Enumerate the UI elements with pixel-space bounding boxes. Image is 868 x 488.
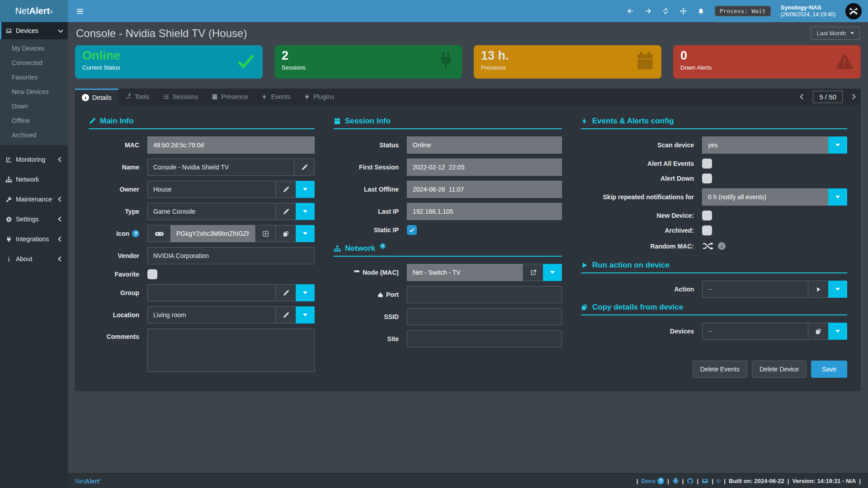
ssid-input[interactable] <box>407 308 562 325</box>
sidebar-toggle-icon[interactable] <box>68 0 92 22</box>
scan-device-dropdown-button[interactable] <box>828 136 847 154</box>
sidebar-item-down[interactable]: Down <box>0 99 68 113</box>
sidebar-item-offline[interactable]: Offline <box>0 113 68 128</box>
edit-type-button[interactable] <box>275 203 296 220</box>
tab-label: Events <box>271 93 290 100</box>
archived-checkbox[interactable] <box>702 225 712 235</box>
period-selector[interactable]: Last Month <box>811 27 860 40</box>
docs-link[interactable]: Docs ? <box>641 478 664 484</box>
status-card-down-alerts[interactable]: 0 Down Alerts <box>673 45 861 79</box>
tab-events[interactable]: Events <box>255 89 297 105</box>
owner-input[interactable] <box>147 181 276 198</box>
copy-from-device-button[interactable] <box>808 323 829 340</box>
pager-next-button[interactable] <box>848 91 859 102</box>
sidebar-item-integrations[interactable]: Integrations <box>0 229 68 249</box>
devices-dropdown-button[interactable] <box>828 323 847 340</box>
sidebar-item-maintenance[interactable]: Maintenance <box>0 189 68 209</box>
sidebar-item-devices[interactable]: Devices <box>0 22 68 39</box>
copy-icon-button[interactable] <box>275 225 296 242</box>
run-action-button[interactable] <box>808 281 829 298</box>
bug-report-icon[interactable] <box>672 478 679 484</box>
edit-group-button[interactable] <box>275 284 296 301</box>
sidebar-item-favorites[interactable]: Favorites <box>0 70 68 84</box>
tab-presence[interactable]: Presence <box>205 89 255 105</box>
open-node-button[interactable] <box>523 264 543 281</box>
help-icon[interactable]: ? <box>132 230 139 237</box>
static-ip-checkbox[interactable] <box>407 225 417 235</box>
notifications-bell-icon[interactable] <box>697 7 705 15</box>
type-dropdown-button[interactable] <box>296 203 315 220</box>
port-input[interactable] <box>407 286 562 303</box>
sidebar-item-about[interactable]: About <box>0 249 68 269</box>
user-avatar[interactable] <box>845 3 862 19</box>
last-ip-input[interactable] <box>407 203 562 220</box>
owner-dropdown-button[interactable] <box>296 181 315 198</box>
help-icon[interactable]: ? <box>380 243 386 249</box>
edit-owner-button[interactable] <box>275 181 296 198</box>
status-card-online[interactable]: Online Current Status <box>75 45 263 79</box>
sidebar-item-new-devices[interactable]: New Devices <box>0 84 68 99</box>
status-card-presence[interactable]: 13 h. Presence <box>474 45 661 79</box>
logo-sup: x <box>50 9 53 14</box>
skip-notifications-select[interactable]: 0 h (notify all events) <box>702 188 829 206</box>
tab-tools[interactable]: Tools <box>118 89 156 105</box>
skip-notifications-dropdown-button[interactable] <box>828 188 847 206</box>
first-session-input[interactable] <box>407 159 562 176</box>
delete-device-button[interactable]: Delete Device <box>752 361 807 378</box>
sidebar-item-archived[interactable]: Archived <box>0 128 68 142</box>
github-icon[interactable] <box>687 478 693 484</box>
save-button[interactable]: Save <box>811 361 847 378</box>
node-mac-dropdown-button[interactable] <box>543 264 562 281</box>
edit-location-button[interactable] <box>275 306 296 324</box>
sidebar-item-connected[interactable]: Connected <box>0 56 68 70</box>
tab-sessions[interactable]: Sessions <box>156 89 205 105</box>
edit-name-button[interactable] <box>294 159 315 176</box>
caret-down-icon <box>835 288 840 291</box>
sidebar-item-settings[interactable]: Settings <box>0 209 68 229</box>
devices-select[interactable]: -- <box>702 323 808 340</box>
copyright-link[interactable]: © <box>717 478 721 484</box>
favorite-checkbox[interactable] <box>147 269 157 279</box>
tab-plugins[interactable]: Plugins <box>297 89 341 105</box>
footer-brand[interactable]: NetAlertx <box>75 477 101 485</box>
action-select[interactable]: -- <box>702 281 808 298</box>
scan-device-select[interactable]: yes <box>702 136 829 154</box>
location-dropdown-button[interactable] <box>296 306 315 324</box>
back-arrow-icon[interactable] <box>627 7 634 15</box>
action-dropdown-button[interactable] <box>828 281 847 298</box>
name-input[interactable] <box>147 159 294 176</box>
last-offline-input[interactable] <box>407 181 562 198</box>
pager-prev-button[interactable] <box>797 91 807 102</box>
location-input[interactable] <box>147 306 276 324</box>
icon-base64-input[interactable] <box>170 225 255 242</box>
alert-all-events-checkbox[interactable] <box>702 159 712 169</box>
move-icon[interactable] <box>679 7 687 15</box>
sidebar-item-my-devices[interactable]: My Devices <box>0 41 68 56</box>
mac-input[interactable] <box>147 136 315 154</box>
icon-dropdown-button[interactable] <box>296 225 315 242</box>
forward-arrow-icon[interactable] <box>644 7 652 15</box>
sidebar-item-monitoring[interactable]: Monitoring <box>0 150 68 169</box>
section-title-text: Copy details from device <box>592 303 683 312</box>
email-icon[interactable] <box>702 478 708 484</box>
comments-textarea[interactable] <box>147 328 315 372</box>
info-circle-icon[interactable]: i <box>718 242 726 250</box>
node-mac-input[interactable] <box>407 264 523 281</box>
tab-details[interactable]: i Details <box>75 89 118 105</box>
status-input[interactable] <box>407 136 562 154</box>
vendor-input[interactable] <box>147 247 315 264</box>
status-card-sessions[interactable]: 2 Sessions <box>274 45 462 79</box>
copy-icon <box>581 304 588 311</box>
type-input[interactable] <box>147 203 276 220</box>
caret-down-icon <box>303 210 307 213</box>
site-input[interactable] <box>407 330 562 347</box>
group-input[interactable] <box>147 284 276 301</box>
group-dropdown-button[interactable] <box>296 284 315 301</box>
sidebar-item-network[interactable]: Network <box>0 169 68 189</box>
alert-down-checkbox[interactable] <box>702 174 712 183</box>
refresh-icon[interactable] <box>662 7 670 15</box>
new-device-checkbox[interactable] <box>702 211 712 221</box>
add-icon-button[interactable] <box>255 225 276 242</box>
delete-events-button[interactable]: Delete Events <box>693 361 747 378</box>
app-logo[interactable]: NetAlertx <box>0 0 68 22</box>
